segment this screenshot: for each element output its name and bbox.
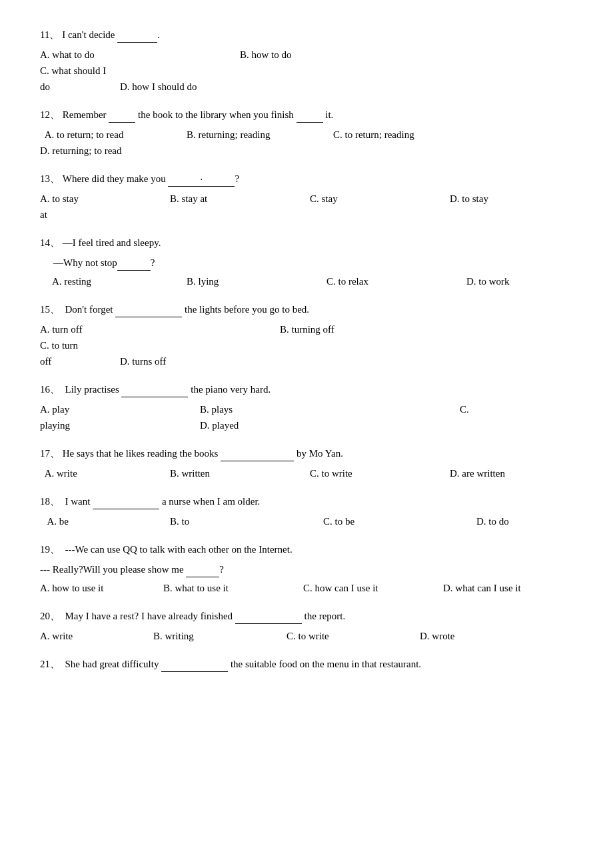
q15-optB: B. turning off <box>280 321 520 337</box>
q20-optD: D. wrote <box>420 628 460 644</box>
question-19: 19、 ---We can use QQ to talk with each o… <box>40 541 573 596</box>
q16-optC: C. <box>460 401 474 417</box>
q14-optA: A. resting <box>40 273 187 289</box>
q12-stem: 12、 Remember the book to the library whe… <box>40 107 573 123</box>
q13-optD-cont: at <box>40 209 47 220</box>
q19-optC: C. how can I use it <box>303 580 443 596</box>
q20-optB: B. writing <box>153 628 287 644</box>
q15-optD: D. turns off <box>120 353 171 369</box>
q16-optC-cont: playing <box>40 417 200 433</box>
question-11: 11、 I can't decide . A. what to do B. ho… <box>40 27 573 95</box>
question-12: 12、 Remember the book to the library whe… <box>40 107 573 159</box>
q14-number: 14、 <box>40 237 60 248</box>
q11-optC: C. what should I <box>40 63 240 79</box>
q17-optA: A. write <box>40 465 170 481</box>
q13-optC: C. stay <box>310 191 450 207</box>
q12-optA: A. to return; to read <box>40 127 187 143</box>
q14-dialog2: —Why not stop? <box>40 255 573 271</box>
q12-number: 12、 <box>40 109 60 120</box>
q15-blank <box>115 317 182 317</box>
q19-optA: A. how to use it <box>40 580 163 596</box>
q12-optB: B. returning; reading <box>187 127 333 143</box>
q19-blank <box>186 577 219 577</box>
question-20: 20、 May I have a rest? I have already fi… <box>40 608 573 644</box>
q20-blank <box>235 623 302 624</box>
q18-optC: C. to be <box>323 513 476 529</box>
q13-stem: 13、 Where did they make you . ? <box>40 171 573 187</box>
q21-stem: 21、 She had great difficulty the suitabl… <box>40 656 573 672</box>
question-18: 18、 I want a nurse when I am older. A. b… <box>40 493 573 529</box>
q20-optA: A. write <box>40 628 153 644</box>
question-15: 15、 Don't forget the lights before you g… <box>40 301 573 369</box>
q17-number: 17、 <box>40 448 60 459</box>
q14-options: A. resting B. lying C. to relax D. to wo… <box>40 273 573 289</box>
q11-optD: D. how I should do <box>120 79 202 95</box>
q16-options-row2: playing D. played <box>40 417 573 433</box>
q13-optB: B. stay at <box>170 191 310 207</box>
q13-blank: . <box>168 186 235 187</box>
q14-blank <box>117 270 151 271</box>
q18-optD: D. to do <box>476 513 514 529</box>
q13-options: A. to stay B. stay at C. stay D. to stay <box>40 191 573 207</box>
question-14: 14、 —I feel tired and sleepy. —Why not s… <box>40 235 573 289</box>
q11-optB: B. how to do <box>240 47 440 63</box>
q16-optD: D. played <box>200 417 244 433</box>
q18-options: A. be B. to C. to be D. to do <box>40 513 573 529</box>
q18-optA: A. be <box>40 513 170 529</box>
q17-stem: 17、 He says that he likes reading the bo… <box>40 445 573 461</box>
q15-optC-off: off <box>40 353 120 369</box>
q15-number: 15、 <box>40 304 60 315</box>
q20-stem: 20、 May I have a rest? I have already fi… <box>40 608 573 624</box>
q12-blank1 <box>109 122 135 123</box>
exam-content: 11、 I can't decide . A. what to do B. ho… <box>40 27 573 672</box>
q20-optC: C. to write <box>287 628 420 644</box>
q17-blank <box>221 461 294 461</box>
question-16: 16、 Lily practises the piano very hard. … <box>40 381 573 433</box>
q11-blank <box>117 42 157 43</box>
q13-optD-wrap: at <box>40 207 573 223</box>
q18-stem: 18、 I want a nurse when I am older. <box>40 493 573 509</box>
q17-optD: D. are written <box>450 465 510 481</box>
q19-optD: D. what can I use it <box>443 580 526 596</box>
q11-number: 11、 <box>40 29 59 40</box>
q17-optB: B. written <box>170 465 310 481</box>
q12-blank2 <box>297 122 323 123</box>
q15-optC-wrap: C. to turn <box>40 337 120 353</box>
q11-options-row2: do D. how I should do <box>40 79 573 95</box>
q16-number: 16、 <box>40 384 60 395</box>
q12-optD: D. returning; to read <box>40 143 187 159</box>
q17-optC: C. to write <box>310 465 450 481</box>
q14-optC: C. to relax <box>326 273 466 289</box>
q19-options: A. how to use it B. what to use it C. ho… <box>40 580 573 596</box>
q11-optA: A. what to do <box>40 47 240 63</box>
q16-options: A. play B. plays C. <box>40 401 573 417</box>
q20-options: A. write B. writing C. to write D. wrote <box>40 628 573 644</box>
q15-options-row2b: off D. turns off <box>40 353 573 369</box>
q16-optA: A. play <box>40 401 200 417</box>
q13-number: 13、 <box>40 173 60 184</box>
q11-options: A. what to do B. how to do C. what shoul… <box>40 47 573 79</box>
q19-number: 19、 <box>40 544 60 555</box>
q20-number: 20、 <box>40 611 60 621</box>
q15-stem: 15、 Don't forget the lights before you g… <box>40 301 573 317</box>
q19-stem: 19、 ---We can use QQ to talk with each o… <box>40 541 573 557</box>
q16-blank <box>121 397 188 397</box>
q17-options: A. write B. written C. to write D. are w… <box>40 465 573 481</box>
q19-dialog2: --- Really?Will you please show me ? <box>40 561 573 577</box>
q15-optA: A. turn off <box>40 321 280 337</box>
q16-stem: 16、 Lily practises the piano very hard. <box>40 381 573 397</box>
question-17: 17、 He says that he likes reading the bo… <box>40 445 573 481</box>
q13-optD: D. to stay <box>450 191 494 207</box>
q14-stem: 14、 —I feel tired and sleepy. <box>40 235 573 251</box>
q16-optB: B. plays <box>200 401 460 417</box>
q14-optB: B. lying <box>187 273 326 289</box>
q15-optC-cont <box>120 337 125 353</box>
q12-optC: C. to return; reading <box>333 127 480 143</box>
q14-optD: D. to work <box>466 273 515 289</box>
q18-number: 18、 <box>40 496 60 507</box>
question-13: 13、 Where did they make you . ? A. to st… <box>40 171 573 223</box>
q21-blank <box>161 671 228 672</box>
q11-stem: 11、 I can't decide . <box>40 27 573 43</box>
q12-options: A. to return; to read B. returning; read… <box>40 127 573 159</box>
q15-options-row2: C. to turn <box>40 337 573 353</box>
